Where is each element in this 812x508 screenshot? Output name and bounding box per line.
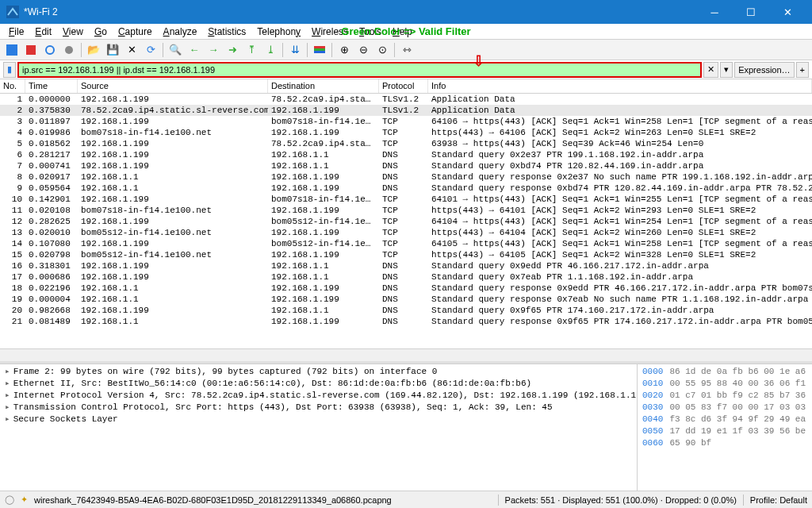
col-destination[interactable]: Destination [268,79,379,93]
go-back-icon[interactable]: ← [186,41,203,59]
expand-icon[interactable]: ▸ [5,379,10,388]
table-row[interactable]: 140.107080192.168.1.199bom05s12-in-f14.1… [0,238,812,249]
minimize-button[interactable]: ─ [696,0,733,24]
status-packets: Packets: 551 · Displayed: 551 (100.0%) ·… [505,495,737,505]
expand-icon[interactable]: ▸ [5,402,10,412]
close-button[interactable]: ✕ [769,0,806,24]
menu-go[interactable]: Go [89,25,113,39]
tree-node[interactable]: ▸Frame 2: 99 bytes on wire (792 bits), 9… [5,366,632,378]
restart-capture-icon[interactable] [41,41,59,59]
table-row[interactable]: 70.000741192.168.1.199192.168.1.1DNSStan… [0,160,812,171]
menu-statistics[interactable]: Statistics [202,25,251,39]
table-row[interactable]: 60.281217192.168.1.199192.168.1.1DNSStan… [0,149,812,160]
table-row[interactable]: 200.982668192.168.1.199192.168.1.1DNSSta… [0,305,812,316]
menu-capture[interactable]: Capture [113,25,158,39]
menu-edit[interactable]: Edit [29,25,57,39]
table-row[interactable]: 180.022196192.168.1.1192.168.1.199DNSSta… [0,283,812,294]
table-row[interactable]: 210.081489192.168.1.1192.168.1.199DNSSta… [0,316,812,327]
hex-row[interactable]: 000086 1d de 0a fb b6 00 1e a6 [642,366,807,378]
svg-rect-6 [314,48,325,51]
filter-clear-icon[interactable]: ✕ [703,62,718,78]
table-row[interactable]: 40.019986bom07s18-in-f14.1e100.net192.16… [0,127,812,138]
col-protocol[interactable]: Protocol [379,79,428,93]
find-packet-icon[interactable]: 🔍 [167,41,184,59]
hex-row[interactable]: 006065 90 bf [642,437,807,449]
table-row[interactable]: 90.059564192.168.1.1192.168.1.199DNSStan… [0,183,812,194]
app-icon [6,6,19,18]
menu-analyze[interactable]: Analyze [158,25,203,39]
tree-node[interactable]: ▸Transmission Control Protocol, Src Port… [5,402,632,414]
expand-icon[interactable]: ▸ [5,367,10,376]
expand-icon[interactable]: ▸ [5,414,10,424]
filter-bookmark-icon[interactable]: ▮ [3,62,16,78]
table-row[interactable]: 110.020108bom07s18-in-f14.1e100.net192.1… [0,205,812,216]
save-file-icon[interactable]: 💾 [104,41,121,59]
zoom-out-icon[interactable]: ⊖ [354,41,372,59]
svg-point-4 [65,46,73,54]
zoom-in-icon[interactable]: ⊕ [335,41,353,59]
table-row[interactable]: 150.020798bom05s12-in-f14.1e100.net192.1… [0,249,812,260]
col-info[interactable]: Info [428,79,812,93]
table-row[interactable]: 50.018562192.168.1.19978.52.2ca9.ip4.sta… [0,138,812,149]
packet-details-pane[interactable]: ▸Frame 2: 99 bytes on wire (792 bits), 9… [0,364,638,491]
hex-row[interactable]: 002001 c7 01 bb f9 c2 85 b7 36 [642,390,807,402]
go-to-packet-icon[interactable]: ➜ [224,41,241,59]
col-source[interactable]: Source [78,79,268,93]
svg-rect-7 [314,51,325,53]
status-hint-icon[interactable]: ◯ [5,495,14,505]
menu-telephony[interactable]: Telephony [251,25,306,39]
hex-row[interactable]: 003000 05 83 f7 00 00 17 03 03 [642,402,807,414]
packet-list-pane[interactable]: 10.000000192.168.1.19978.52.2ca9.ip4.sta… [0,94,812,348]
hex-row[interactable]: 005017 dd 19 e1 1f 03 39 56 be [642,425,807,437]
status-profile[interactable]: Profile: Default [750,495,807,505]
window-title: *Wi-Fi 2 [24,6,696,17]
close-file-icon[interactable]: ✕ [123,41,140,59]
table-row[interactable]: 130.020010bom05s12-in-f14.1e100.net192.1… [0,227,812,238]
horizontal-scrollbar[interactable] [0,348,812,361]
go-last-icon[interactable]: ⤓ [262,41,279,59]
display-filter-input[interactable] [22,65,697,75]
resize-columns-icon[interactable]: ⇿ [398,41,416,59]
hex-row[interactable]: 001000 55 95 88 40 00 36 06 f1 [642,378,807,390]
table-row[interactable]: 160.318301192.168.1.199192.168.1.1DNSSta… [0,260,812,271]
table-row[interactable]: 10.000000192.168.1.19978.52.2ca9.ip4.sta… [0,94,812,105]
go-forward-icon[interactable]: → [205,41,222,59]
filter-apply-icon[interactable]: ▾ [720,62,733,78]
table-row[interactable]: 170.000686192.168.1.199192.168.1.1DNSSta… [0,271,812,283]
colorize-icon[interactable] [311,41,328,59]
annotation-red-arrow-icon: ⇩ [473,52,485,70]
table-row[interactable]: 190.000004192.168.1.1192.168.1.199DNSSta… [0,294,812,305]
col-time[interactable]: Time [25,79,78,93]
table-row[interactable]: 100.142901192.168.1.199bom07s18-in-f14.1… [0,194,812,205]
svg-rect-1 [6,44,17,56]
menu-file[interactable]: File [3,25,29,39]
menubar: File Edit View Go Capture Analyze Statis… [0,24,812,40]
table-row[interactable]: 30.011897192.168.1.199bom07s18-in-f14.1e… [0,116,812,127]
menu-view[interactable]: View [57,25,89,39]
filter-expression-button[interactable]: Expression… [734,62,794,78]
col-no[interactable]: No. [0,79,25,93]
packet-bytes-pane[interactable]: 000086 1d de 0a fb b6 00 1e a6001000 55 … [638,364,812,491]
table-row[interactable]: 20.37583078.52.2ca9.ip4.static.sl-revers… [0,105,812,116]
svg-rect-5 [314,46,325,48]
main-toolbar: 📂 💾 ✕ ⟳ 🔍 ← → ➜ ⤒ ⤓ ⇊ ⊕ ⊖ ⊙ ⇿ ⇩ [0,40,812,60]
start-capture-icon[interactable] [3,41,21,59]
expand-icon[interactable]: ▸ [5,391,10,400]
maximize-button[interactable]: ☐ [733,0,769,24]
tree-node[interactable]: ▸Secure Sockets Layer [5,414,632,425]
go-first-icon[interactable]: ⤒ [243,41,260,59]
auto-scroll-icon[interactable]: ⇊ [286,41,304,59]
display-filter-bar: ▮ ✕ ▾ Expression… + [0,60,812,79]
hex-row[interactable]: 0040f3 8c d6 3f 94 9f 29 49 ea [642,414,807,425]
tree-node[interactable]: ▸Ethernet II, Src: BestItWo_56:14:c0 (00… [5,378,632,390]
table-row[interactable]: 80.020917192.168.1.1192.168.1.199DNSStan… [0,171,812,183]
open-file-icon[interactable]: 📂 [85,41,102,59]
filter-add-button[interactable]: + [796,62,809,78]
status-capture-icon[interactable]: ✦ [21,495,28,505]
tree-node[interactable]: ▸Internet Protocol Version 4, Src: 78.52… [5,390,632,402]
stop-capture-icon[interactable] [22,41,40,59]
table-row[interactable]: 120.282625192.168.1.199bom05s12-in-f14.1… [0,216,812,227]
capture-options-icon[interactable] [60,41,78,59]
zoom-reset-icon[interactable]: ⊙ [373,41,391,59]
reload-file-icon[interactable]: ⟳ [142,41,159,59]
